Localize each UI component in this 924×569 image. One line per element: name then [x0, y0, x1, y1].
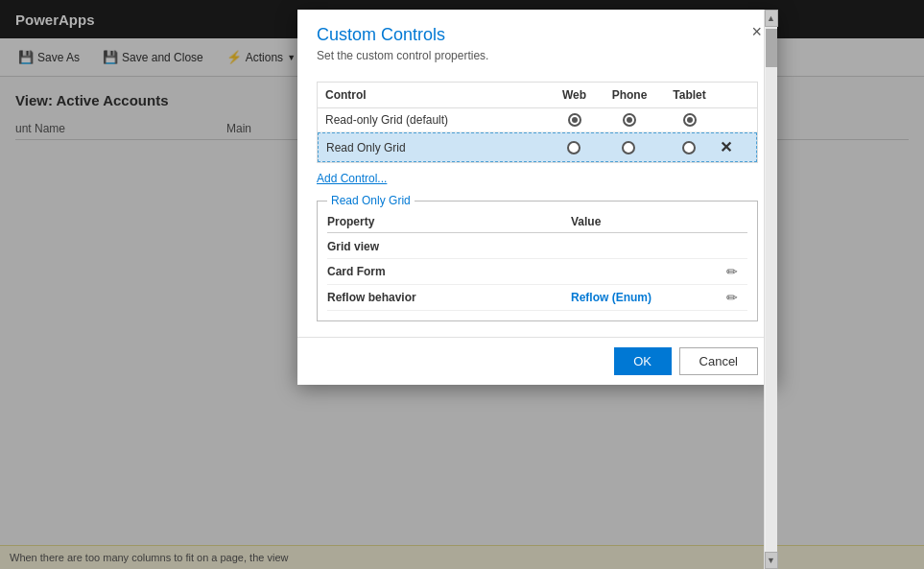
prop-value: Reflow (Enum) — [571, 291, 724, 304]
table-row[interactable]: Read-only Grid (default) — [318, 108, 757, 132]
dialog-subtitle: Set the custom control properties. — [317, 49, 758, 62]
tablet-radio-cell-1[interactable] — [658, 113, 721, 127]
prop-header-row: Property Value — [327, 211, 747, 233]
cancel-button[interactable]: Cancel — [679, 347, 758, 375]
web-radio-2[interactable] — [567, 141, 580, 154]
legend-highlight: Only — [362, 194, 386, 207]
tablet-radio-1[interactable] — [683, 113, 697, 127]
dialog-body: Control Web Phone Tablet Read-only Grid … — [297, 72, 777, 337]
prop-row: Card Form — [327, 259, 747, 285]
dialog-scrollbar: ▲ ▼ — [764, 10, 777, 569]
dialog-footer: OK Cancel — [297, 337, 777, 385]
header-tablet: Tablet — [658, 88, 721, 102]
scrollbar-track — [766, 27, 777, 552]
phone-radio-cell-1[interactable] — [601, 113, 658, 127]
table-row[interactable]: Read Only Grid ✕ — [318, 132, 757, 162]
prop-name: Reflow behavior — [327, 291, 571, 304]
scroll-up-button[interactable]: ▲ — [765, 10, 778, 27]
edit-card-form-icon[interactable] — [724, 264, 740, 279]
ok-button[interactable]: OK — [614, 347, 672, 375]
phone-radio-cell-2[interactable] — [600, 141, 657, 154]
delete-row-button[interactable]: ✕ — [720, 138, 732, 156]
prop-header-property: Property — [327, 215, 571, 228]
dialog-title: Custom Controls — [317, 25, 758, 45]
add-control-link[interactable]: Add Control... — [317, 172, 387, 185]
properties-legend: Read Only Grid — [327, 194, 415, 207]
prop-name: Grid view — [327, 240, 571, 253]
web-radio-cell-2[interactable] — [547, 141, 600, 154]
prop-table: Property Value Grid view Card Form — [327, 211, 747, 311]
dialog-header: Custom Controls Set the custom control p… — [297, 10, 777, 72]
phone-radio-1[interactable] — [623, 113, 636, 127]
prop-row: Grid view — [327, 235, 747, 259]
close-button[interactable]: × — [751, 23, 762, 40]
prop-row: Reflow behavior Reflow (Enum) — [327, 285, 747, 311]
header-phone: Phone — [601, 88, 658, 102]
custom-controls-dialog: Custom Controls Set the custom control p… — [297, 10, 777, 385]
control-name: Read-only Grid (default) — [325, 113, 548, 127]
tablet-radio-cell-2[interactable] — [657, 141, 720, 154]
prop-name: Card Form — [327, 265, 571, 278]
header-web: Web — [548, 88, 601, 102]
controls-table-header: Control Web Phone Tablet — [318, 83, 757, 108]
edit-reflow-icon[interactable] — [724, 290, 740, 305]
web-radio-1[interactable] — [568, 113, 581, 127]
phone-radio-2[interactable] — [622, 141, 635, 154]
scrollbar-thumb[interactable] — [766, 29, 777, 67]
controls-table: Control Web Phone Tablet Read-only Grid … — [317, 82, 758, 163]
tablet-radio-2[interactable] — [682, 141, 696, 154]
header-control: Control — [325, 88, 548, 102]
control-name: Read Only Grid — [326, 141, 547, 154]
properties-section: Read Only Grid Property Value Grid view … — [317, 201, 758, 321]
web-radio-cell-1[interactable] — [548, 113, 601, 127]
prop-header-value: Value — [571, 215, 724, 228]
scroll-down-button[interactable]: ▼ — [765, 552, 778, 569]
